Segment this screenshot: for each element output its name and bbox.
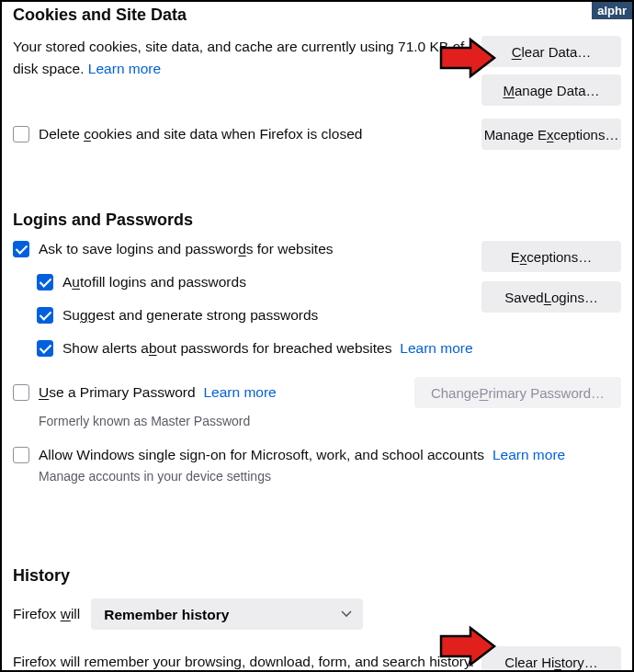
manage-exceptions-button[interactable]: Manage Exceptions… — [481, 119, 621, 150]
logins-section: Logins and Passwords Ask to save logins … — [13, 211, 621, 484]
primary-learn-more-link[interactable]: Learn more — [203, 384, 276, 401]
autofill-checkbox[interactable] — [37, 274, 53, 290]
autofill-label: Autofill logins and passwords — [62, 274, 246, 290]
history-section: History Firefox will Remember history Fi… — [13, 566, 621, 672]
exceptions-button[interactable]: Exceptions… — [481, 241, 621, 272]
cookies-desc: Your stored cookies, site data, and cach… — [13, 36, 481, 80]
brand-badge: alphr — [592, 2, 632, 19]
win-sso-learn-more-link[interactable]: Learn more — [492, 447, 565, 463]
cookies-learn-more-link[interactable]: Learn more — [88, 61, 161, 76]
history-will-label: Firefox will — [13, 606, 80, 622]
suggest-label: Suggest and generate strong passwords — [62, 307, 318, 324]
cookies-size: 71.0 KB — [398, 39, 448, 54]
history-mode-select[interactable]: Remember history — [91, 598, 363, 630]
primary-password-checkbox[interactable] — [13, 384, 29, 401]
logins-title: Logins and Passwords — [13, 211, 621, 230]
primary-password-label: Use a Primary Password — [39, 384, 196, 401]
cookies-section: Cookies and Site Data Your stored cookie… — [13, 2, 621, 150]
win-sso-checkbox[interactable] — [13, 447, 29, 463]
cookies-title: Cookies and Site Data — [13, 6, 621, 25]
ask-save-label: Ask to save logins and passwords for web… — [39, 241, 334, 257]
delete-on-close-checkbox[interactable] — [13, 126, 29, 142]
alerts-label: Show alerts about passwords for breached… — [62, 340, 391, 357]
clear-history-button[interactable]: Clear History… — [481, 646, 621, 672]
alerts-learn-more-link[interactable]: Learn more — [400, 340, 472, 357]
primary-helper-text: Formerly known as Master Password — [39, 414, 621, 428]
manage-data-button[interactable]: Manage Data… — [481, 74, 621, 106]
win-sso-label: Allow Windows single sign-on for Microso… — [39, 447, 484, 463]
win-sso-helper-text: Manage accounts in your device settings — [39, 469, 621, 484]
delete-on-close-label: Delete cookies and site data when Firefo… — [39, 126, 362, 142]
suggest-checkbox[interactable] — [37, 307, 53, 324]
ask-save-checkbox[interactable] — [13, 241, 29, 257]
alerts-checkbox[interactable] — [37, 340, 53, 357]
saved-logins-button[interactable]: Saved Logins… — [481, 281, 621, 313]
clear-data-button[interactable]: Clear Data… — [481, 36, 621, 67]
history-desc: Firefox will remember your browsing, dow… — [13, 654, 481, 670]
history-title: History — [13, 566, 621, 586]
change-primary-password-button: Change Primary Password… — [414, 377, 621, 408]
cookies-desc-pre: Your stored cookies, site data, and cach… — [13, 39, 398, 54]
